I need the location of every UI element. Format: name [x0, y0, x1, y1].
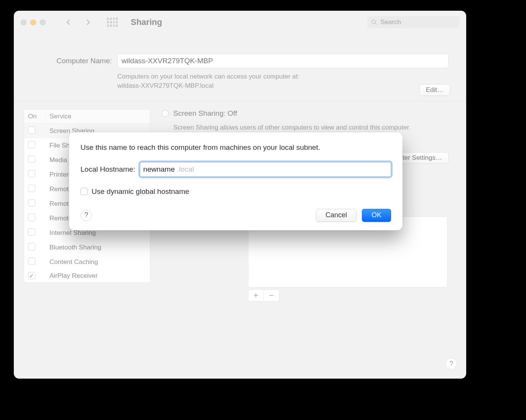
computer-name-label: Computer Name:	[31, 57, 112, 65]
service-row[interactable]: Bluetooth Sharing	[24, 240, 150, 255]
add-remove-control: + −	[248, 289, 279, 302]
help-button[interactable]: ?	[445, 358, 457, 369]
service-checkbox[interactable]	[28, 243, 35, 250]
nav-arrows	[65, 18, 92, 26]
add-user-button[interactable]: +	[248, 290, 264, 301]
hostname-label: Local Hostname:	[81, 165, 135, 174]
show-all-prefs-icon[interactable]	[107, 18, 118, 27]
hostname-suffix: .local	[177, 165, 194, 174]
service-checkbox[interactable]	[28, 185, 35, 192]
dynamic-hostname-checkbox[interactable]	[81, 188, 88, 195]
back-icon[interactable]	[65, 18, 72, 26]
service-checkbox[interactable]	[28, 199, 35, 207]
computer-name-section: Computer Name: wildass-XXVR279TQK-MBP Co…	[14, 34, 466, 102]
service-enable-radio[interactable]	[162, 110, 169, 117]
hostname-sheet: Use this name to reach this computer fro…	[69, 132, 403, 230]
computer-name-subtext: Computers on your local network can acce…	[117, 72, 386, 90]
service-checkbox[interactable]	[28, 228, 35, 236]
service-checkbox[interactable]	[28, 258, 35, 265]
service-checkbox[interactable]	[28, 272, 35, 279]
search-input[interactable]	[380, 18, 455, 26]
service-checkbox[interactable]	[28, 156, 35, 163]
service-row[interactable]: AirPlay Receiver	[24, 269, 150, 282]
svg-point-0	[372, 20, 375, 23]
close-window-button[interactable]	[21, 20, 26, 25]
minimize-window-button[interactable]	[30, 20, 36, 25]
service-name: AirPlay Receiver	[46, 269, 150, 282]
service-checkbox[interactable]	[28, 214, 35, 221]
computer-name-subtext-1: Computers on your local network can acce…	[117, 72, 386, 81]
service-name: Content Caching	[46, 255, 150, 269]
search-field[interactable]	[367, 16, 459, 28]
svg-line-1	[375, 23, 376, 25]
remove-user-button[interactable]: −	[264, 290, 279, 301]
titlebar: Sharing	[14, 11, 466, 34]
traffic-lights	[21, 20, 46, 25]
search-icon	[371, 19, 377, 25]
service-checkbox[interactable]	[28, 141, 35, 148]
dynamic-hostname-label: Use dynamic global hostname	[92, 187, 189, 196]
window-title: Sharing	[131, 17, 162, 27]
edit-hostname-button[interactable]: Edit…	[419, 84, 450, 96]
hostname-field[interactable]: .local	[140, 162, 391, 177]
sheet-help-button[interactable]: ?	[81, 210, 92, 221]
service-name: Bluetooth Sharing	[46, 240, 150, 255]
services-col-on: On	[24, 110, 46, 124]
zoom-window-button[interactable]	[40, 20, 46, 25]
computer-name-value: wildass-XXVR279TQK-MBP	[122, 57, 213, 65]
ok-button[interactable]: OK	[362, 209, 391, 222]
service-checkbox[interactable]	[28, 170, 35, 177]
services-col-service: Service	[46, 110, 150, 124]
service-status-title: Screen Sharing: Off	[173, 109, 237, 118]
computer-name-subtext-2: wildass-XXVR279TQK-MBP.local	[117, 81, 386, 90]
hostname-input[interactable]	[143, 165, 177, 174]
service-row[interactable]: Content Caching	[24, 255, 150, 269]
service-checkbox[interactable]	[28, 126, 35, 134]
computer-name-field[interactable]: wildass-XXVR279TQK-MBP	[117, 54, 449, 68]
sheet-message: Use this name to reach this computer fro…	[81, 142, 391, 153]
cancel-button[interactable]: Cancel	[316, 209, 357, 222]
service-status-desc: Screen Sharing allows users of other com…	[173, 123, 449, 132]
forward-icon[interactable]	[84, 18, 92, 26]
